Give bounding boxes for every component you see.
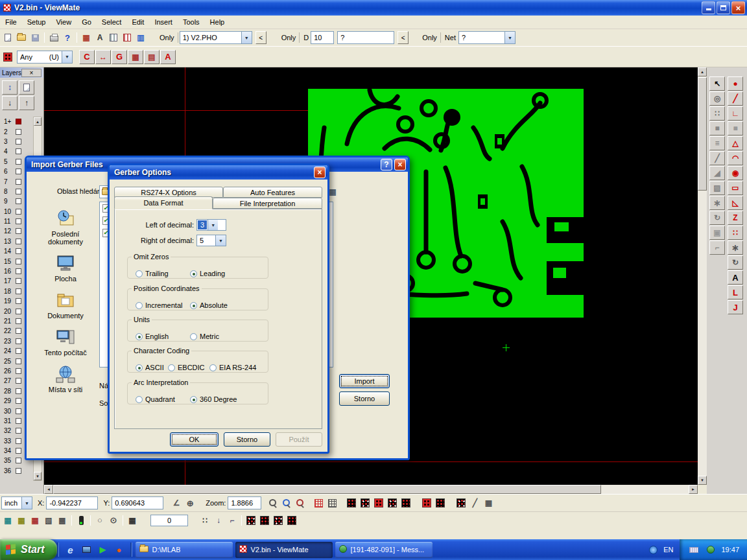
layer-color-swatch[interactable] [16, 358, 21, 364]
layer-color-swatch[interactable] [16, 159, 21, 165]
zoom-out-icon[interactable] [294, 496, 307, 509]
rotate-icon[interactable]: ↻ [728, 255, 743, 270]
layer-color-swatch[interactable] [16, 288, 21, 294]
cancel-button[interactable]: Storno [339, 391, 390, 406]
draw-angle-icon[interactable]: ∟ [728, 106, 743, 121]
start-button[interactable]: Start [0, 539, 57, 560]
select-filter-combo[interactable]: Any(U) ▼ [17, 51, 73, 64]
tab-auto-features[interactable]: Auto Features [223, 187, 322, 198]
ramp-icon[interactable]: ◢ [709, 166, 725, 180]
layer-sheet-icon[interactable] [19, 80, 34, 95]
network-activity-icon[interactable] [646, 543, 659, 556]
layer-color-swatch[interactable] [16, 438, 21, 444]
place-tento-po-ta[interactable]: Tento počítač [38, 328, 93, 356]
layer-row-3[interactable]: 3 [1, 137, 31, 146]
layer-color-swatch[interactable] [16, 348, 21, 354]
layer-color-swatch[interactable] [16, 318, 21, 324]
dcode-filter-field[interactable]: ? [337, 31, 394, 44]
pad-pattern-6-icon[interactable] [420, 496, 433, 509]
measure-diagonal-icon[interactable]: ∠ [170, 496, 183, 509]
radio-ebcdic[interactable]: EBCDIC [168, 364, 205, 371]
circle-outline-icon[interactable]: ○ [93, 514, 106, 527]
menu-insert[interactable]: Insert [149, 17, 178, 27]
swap-pads-icon[interactable]: ↔ [95, 50, 111, 64]
scroll-down-icon[interactable]: ▼ [34, 472, 42, 480]
arc-icon[interactable]: ◠ [728, 151, 743, 165]
previous-dcode-button[interactable]: < [397, 31, 409, 44]
layer-color-swatch[interactable] [16, 309, 21, 314]
left-of-decimal-select[interactable]: 3 ▼ [196, 219, 226, 231]
pad-view-2-icon[interactable] [258, 514, 271, 527]
import-button[interactable]: Import [339, 374, 390, 388]
aperture-list-icon[interactable]: A [93, 31, 106, 44]
pad-pattern-2-icon[interactable] [359, 496, 372, 509]
text-l-icon[interactable]: L [728, 285, 743, 299]
layer-color-swatch[interactable] [16, 448, 21, 454]
layer-color-swatch[interactable] [16, 458, 21, 463]
radio-quadrant[interactable]: Quadrant [136, 395, 175, 403]
chevron-down-icon[interactable]: ▼ [208, 220, 218, 230]
menu-file[interactable]: File [0, 17, 22, 27]
radio-incremental[interactable]: Incremental [136, 301, 182, 309]
text-a-icon[interactable]: A [728, 270, 743, 285]
pad-pattern-5-icon[interactable] [399, 496, 412, 509]
horizontal-scroll-thumb[interactable] [53, 485, 601, 494]
close-button[interactable]: × [731, 1, 745, 14]
grid-dark-icon[interactable] [326, 496, 338, 509]
layer-color-swatch[interactable] [16, 218, 21, 224]
pad-grid-b-icon[interactable]: ▤ [144, 50, 160, 64]
layer-color-swatch[interactable] [16, 408, 21, 414]
layer-color-swatch[interactable] [16, 148, 21, 154]
x-coordinate-field[interactable]: -0.942237 [46, 496, 98, 509]
radio-leading[interactable]: Leading [190, 270, 225, 277]
grid-red-icon[interactable] [312, 496, 325, 509]
y-coordinate-field[interactable]: 0.690643 [112, 496, 163, 509]
move-layer-down-icon[interactable]: ↓ [2, 96, 18, 110]
browser-icon[interactable]: ● [112, 543, 125, 556]
taskbar-task-d-mlab[interactable]: D:\MLAB [136, 542, 233, 558]
layer-stack-icon[interactable]: ▧ [42, 514, 55, 527]
scroll-right-icon[interactable]: ► [689, 485, 698, 494]
d-code-table-icon[interactable]: ▦ [80, 31, 93, 44]
circle-q-icon[interactable]: ⊙ [107, 514, 120, 527]
chevron-down-icon[interactable]: ▼ [62, 51, 72, 63]
layer-color-swatch[interactable] [16, 338, 21, 344]
pad-picker-icon[interactable]: ◎ [709, 91, 725, 106]
layer-color-swatch[interactable] [16, 259, 21, 264]
new-file-icon[interactable] [1, 31, 14, 44]
zoom-in-icon[interactable] [280, 496, 293, 509]
net-select[interactable]: ? ▼ [458, 31, 516, 44]
flash-pad-icon[interactable]: ● [728, 76, 743, 91]
pointer-icon[interactable]: ↖ [709, 76, 725, 91]
minimize-button[interactable] [702, 1, 715, 14]
menu-setup[interactable]: Setup [22, 17, 51, 27]
save-icon[interactable] [29, 31, 42, 44]
scroll-up-icon[interactable]: ▲ [34, 117, 42, 126]
tab-data-format[interactable]: Data Format [114, 196, 213, 209]
layer-color-swatch[interactable] [16, 298, 21, 304]
layer-bottom-icon[interactable]: ▦ [29, 514, 42, 527]
layer-color-swatch[interactable] [16, 129, 21, 135]
right-of-decimal-select[interactable]: 5 ▼ [196, 235, 226, 246]
grid-fill-icon[interactable]: ▦ [482, 496, 495, 509]
layer-color-swatch[interactable] [16, 209, 21, 215]
layer-all-icon[interactable]: ▩ [56, 514, 69, 527]
notch-icon[interactable]: ⌐ [709, 240, 725, 255]
gerber-options-titlebar[interactable]: Gerber Options × [110, 165, 327, 180]
layer-color-swatch[interactable] [16, 398, 21, 404]
radio-metric[interactable]: Metric [190, 332, 219, 340]
menu-view[interactable]: View [51, 17, 77, 27]
pad-grid-a-icon[interactable]: ▦ [128, 50, 143, 64]
close-icon[interactable]: × [314, 167, 326, 178]
place-plocha[interactable]: Plocha [38, 254, 93, 283]
chevron-down-icon[interactable]: ▼ [21, 497, 32, 509]
layer-top-icon[interactable]: ▦ [15, 514, 28, 527]
cancel-button[interactable]: Storno [224, 432, 270, 447]
units-select[interactable]: inch ▼ [1, 496, 32, 509]
layers-panel-header[interactable]: Layers × [0, 67, 43, 78]
close-icon[interactable]: × [394, 159, 406, 170]
layer-row-4[interactable]: 4 [1, 146, 31, 156]
layer-color-swatch[interactable] [16, 278, 21, 284]
rect-outline-icon[interactable]: ▭ [728, 181, 743, 195]
layer-color-swatch[interactable] [16, 179, 21, 185]
